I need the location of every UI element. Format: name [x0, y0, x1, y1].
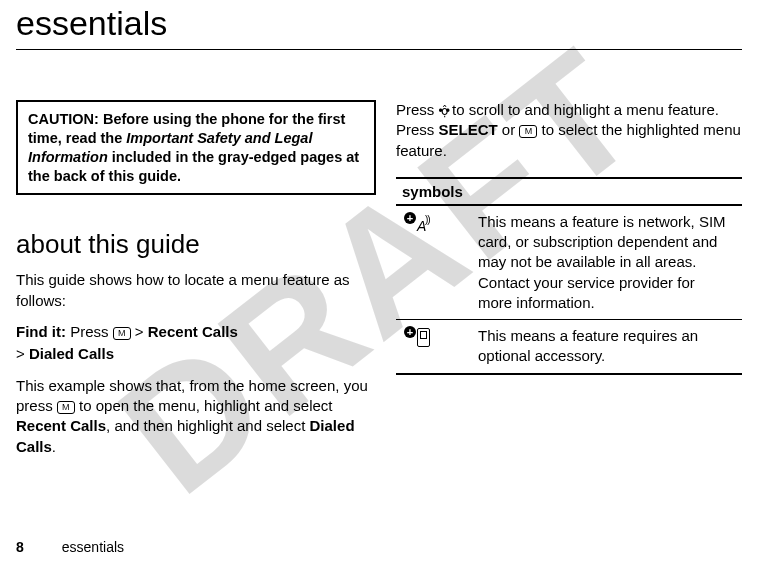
- nav-key-icon: •ộ•: [439, 104, 448, 118]
- ex-p3: , and then highlight and select: [106, 417, 309, 434]
- example-paragraph: This example shows that, from the home s…: [16, 376, 376, 457]
- table-row: + A )) This means a feature is network, …: [396, 206, 742, 320]
- find-it-sep2: >: [16, 345, 29, 362]
- caution-box: CAUTION: Before using the phone for the …: [16, 100, 376, 195]
- table-row: + This means a feature requires an optio…: [396, 320, 742, 373]
- find-it-press: Press: [66, 323, 113, 340]
- right-paragraph: Press •ộ• to scroll to and highlight a m…: [396, 100, 742, 161]
- left-column: CAUTION: Before using the phone for the …: [16, 100, 376, 467]
- find-it-item1: Recent Calls: [148, 323, 238, 340]
- caution-label: CAUTION:: [28, 111, 99, 127]
- menu-key-icon: M: [113, 327, 131, 340]
- rp-3: or: [498, 121, 520, 138]
- section-heading: about this guide: [16, 229, 376, 260]
- footer-label: essentials: [62, 539, 124, 555]
- menu-key-icon: M: [57, 401, 75, 414]
- right-column: Press •ộ• to scroll to and highlight a m…: [396, 100, 742, 467]
- phone-icon: [417, 328, 430, 347]
- intro-paragraph: This guide shows how to locate a menu fe…: [16, 270, 376, 311]
- ex-p2: to open the menu, highlight and select: [75, 397, 333, 414]
- columns: CAUTION: Before using the phone for the …: [16, 100, 742, 467]
- title-rule: [16, 49, 742, 50]
- page-title: essentials: [16, 4, 742, 43]
- signal-waves-icon: )): [425, 214, 430, 225]
- page-content: essentials CAUTION: Before using the pho…: [0, 4, 758, 467]
- find-it-line: Find it: Press M > Recent Calls > Dialed…: [16, 321, 376, 366]
- page-number: 8: [16, 539, 24, 555]
- ex-b1: Recent Calls: [16, 417, 106, 434]
- select-softkey: SELECT: [439, 121, 498, 138]
- find-it-label: Find it:: [16, 323, 66, 340]
- menu-key-icon: M: [519, 125, 537, 138]
- symbol-icon-cell: + A )): [396, 206, 478, 319]
- symbol-icon-cell: +: [396, 320, 478, 373]
- symbols-table: symbols + A )) This means a feature is n…: [396, 177, 742, 375]
- ex-p4: .: [52, 438, 56, 455]
- plus-icon: +: [404, 326, 416, 338]
- page-footer: 8essentials: [16, 539, 124, 555]
- find-it-item2: Dialed Calls: [29, 345, 114, 362]
- find-it-sep1: >: [131, 323, 148, 340]
- plus-icon: +: [404, 212, 416, 224]
- rp-1: Press: [396, 101, 439, 118]
- accessory-required-icon: +: [404, 326, 436, 348]
- symbol-text: This means a feature is network, SIM car…: [478, 206, 742, 319]
- symbol-text: This means a feature requires an optiona…: [478, 320, 742, 373]
- network-dependent-icon: + A )): [404, 212, 436, 234]
- symbols-header: symbols: [396, 179, 742, 206]
